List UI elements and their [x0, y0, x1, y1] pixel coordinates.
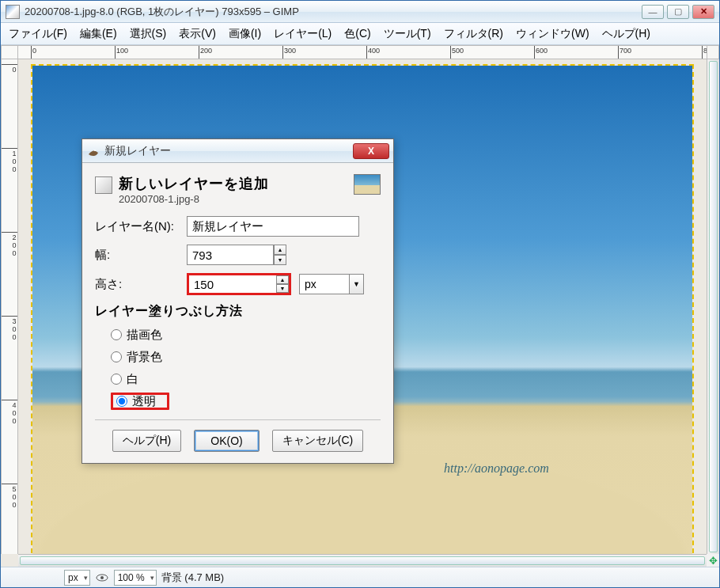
ruler-v-tick: 400 — [2, 400, 17, 425]
menubar: ファイル(F) 編集(E) 選択(S) 表示(V) 画像(I) レイヤー(L) … — [1, 23, 719, 45]
gimp-dialog-icon — [87, 145, 100, 157]
layer-name-input[interactable] — [187, 216, 359, 237]
minimize-button[interactable]: — — [642, 5, 664, 19]
row-width: 幅: ▲ ▼ — [95, 245, 381, 265]
ruler-v-tick: 0 — [2, 64, 17, 74]
statusbar: px 100 % 背景 (4.7 MB) — [1, 567, 719, 587]
dialog-thumbnail — [354, 174, 381, 195]
dialog-header: 新しいレイヤーを追加 20200708-1.jpg-8 — [95, 174, 381, 205]
close-button[interactable]: ✕ — [692, 5, 714, 19]
gimp-icon — [6, 5, 20, 19]
status-zoom-dropdown[interactable]: 100 % — [114, 570, 157, 586]
dialog-title: 新規レイヤー — [104, 144, 171, 158]
ruler-h-tick: 200 — [199, 46, 212, 59]
ruler-v-tick: 200 — [2, 232, 17, 257]
svg-point-1 — [100, 576, 104, 579]
ruler-vertical[interactable]: 0 100 200 300 400 500 — [1, 59, 18, 554]
ruler-h-tick: 0 — [31, 46, 36, 59]
new-layer-dialog: 新規レイヤー X 新しいレイヤーを追加 20200708-1.jpg-8 レイヤ… — [81, 138, 394, 464]
fill-transparent-radio[interactable] — [116, 396, 127, 407]
titlebar: 20200708-1.jpg-8.0 (RGB, 1枚のレイヤー) 793x59… — [1, 1, 719, 23]
menu-edit[interactable]: 編集(E) — [75, 25, 122, 43]
status-unit-value: px — [68, 572, 78, 583]
status-unit-dropdown[interactable]: px — [64, 570, 90, 586]
fill-foreground[interactable]: 描画色 — [111, 326, 381, 343]
unit-dropdown[interactable]: px ▼ — [299, 274, 364, 294]
fill-background[interactable]: 背景色 — [111, 348, 381, 366]
fill-transparent[interactable]: 透明 — [111, 393, 169, 410]
vscroll-thumb[interactable] — [709, 61, 718, 552]
menu-file[interactable]: ファイル(F) — [4, 25, 72, 43]
status-zoom-value: 100 % — [118, 572, 145, 583]
ruler-h-tick: 100 — [115, 46, 128, 59]
layer-name-label: レイヤー名(N): — [95, 219, 187, 234]
fill-background-label: 背景色 — [127, 350, 162, 365]
fill-background-radio[interactable] — [111, 351, 122, 362]
fill-white[interactable]: 白 — [111, 370, 381, 388]
ruler-h-tick: 700 — [618, 46, 631, 59]
menu-layer[interactable]: レイヤー(L) — [269, 25, 336, 43]
fill-white-label: 白 — [127, 372, 138, 387]
width-step-up[interactable]: ▲ — [274, 245, 286, 255]
fill-foreground-label: 描画色 — [127, 328, 162, 343]
ruler-h-tick: 400 — [366, 46, 380, 59]
dialog-subheading: 20200708-1.jpg-8 — [119, 193, 269, 205]
menu-image[interactable]: 画像(I) — [224, 25, 266, 43]
layer-icon — [95, 176, 112, 194]
row-height: 高さ: ▲ ▼ px ▼ — [95, 273, 381, 295]
maximize-button[interactable]: ▢ — [667, 5, 689, 19]
ruler-v-tick: 500 — [2, 484, 17, 509]
ruler-h-tick: 600 — [534, 46, 548, 59]
status-layer-label: 背景 (4.7 MB) — [161, 571, 224, 585]
ruler-corner-topright — [707, 45, 719, 59]
menu-help[interactable]: ヘルプ(H) — [597, 25, 655, 43]
cancel-button[interactable]: キャンセル(C) — [272, 430, 363, 452]
height-step-down[interactable]: ▼ — [276, 284, 289, 293]
height-label: 高さ: — [95, 277, 187, 292]
height-input[interactable] — [189, 275, 276, 293]
width-step-down[interactable]: ▼ — [274, 255, 286, 265]
ruler-h-tick: 800 — [702, 46, 707, 59]
menu-color[interactable]: 色(C) — [339, 25, 375, 43]
ruler-horizontal[interactable]: 0 100 200 300 400 500 600 700 800 — [18, 45, 707, 59]
menu-window[interactable]: ウィンドウ(W) — [511, 25, 594, 43]
ruler-origin-corner[interactable] — [1, 45, 18, 59]
chevron-down-icon[interactable]: ▼ — [349, 275, 363, 294]
width-input[interactable] — [187, 245, 274, 265]
hscroll-thumb[interactable] — [20, 556, 705, 565]
vertical-scrollbar[interactable] — [707, 59, 719, 554]
fill-foreground-radio[interactable] — [111, 329, 122, 340]
window-title: 20200708-1.jpg-8.0 (RGB, 1枚のレイヤー) 793x59… — [25, 5, 299, 19]
unit-value: px — [305, 278, 316, 290]
height-step-up[interactable]: ▲ — [276, 275, 289, 284]
dialog-close-button[interactable]: X — [353, 143, 389, 159]
help-button[interactable]: ヘルプ(H) — [112, 430, 181, 452]
ruler-v-tick: 300 — [2, 316, 17, 341]
menu-view[interactable]: 表示(V) — [174, 25, 221, 43]
dialog-button-row: ヘルプ(H) OK(O) キャンセル(C) — [95, 430, 381, 452]
navigation-corner-icon[interactable]: ✥ — [707, 554, 719, 567]
menu-tools[interactable]: ツール(T) — [379, 25, 436, 43]
ruler-v-tick: 100 — [2, 148, 17, 173]
ok-button[interactable]: OK(O) — [194, 430, 259, 452]
divider — [95, 419, 381, 420]
horizontal-scrollbar[interactable] — [18, 554, 707, 567]
dialog-heading: 新しいレイヤーを追加 — [119, 174, 269, 193]
fill-radio-group: 描画色 背景色 白 透明 — [95, 326, 381, 410]
dialog-titlebar[interactable]: 新規レイヤー X — [82, 139, 393, 163]
ruler-h-tick: 300 — [282, 46, 296, 59]
watermark-text: http://aonopage.com — [444, 461, 549, 476]
menu-filter[interactable]: フィルタ(R) — [439, 25, 508, 43]
ruler-h-tick: 500 — [450, 46, 464, 59]
fill-transparent-label: 透明 — [132, 394, 156, 409]
width-label: 幅: — [95, 248, 187, 263]
fill-section-title: レイヤー塗りつぶし方法 — [95, 303, 381, 320]
fill-white-radio[interactable] — [111, 374, 122, 385]
svg-point-2 — [94, 150, 96, 151]
eye-icon[interactable] — [95, 571, 109, 585]
row-layer-name: レイヤー名(N): — [95, 216, 381, 237]
menu-select[interactable]: 選択(S) — [125, 25, 172, 43]
